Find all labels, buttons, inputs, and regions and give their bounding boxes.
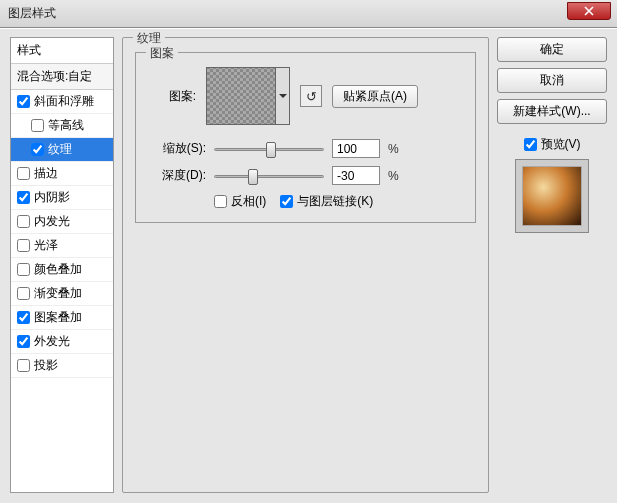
action-panel: 确定 取消 新建样式(W)... 预览(V) <box>497 37 607 493</box>
depth-slider[interactable] <box>214 167 324 185</box>
blend-options-row[interactable]: 混合选项:自定 <box>11 64 113 90</box>
style-label: 外发光 <box>34 333 70 350</box>
style-item-6[interactable]: 光泽 <box>11 234 113 258</box>
link-checkbox-label[interactable]: 与图层链接(K) <box>280 193 373 210</box>
style-label: 光泽 <box>34 237 58 254</box>
style-label: 斜面和浮雕 <box>34 93 94 110</box>
texture-group: 纹理 图案 图案: 贴紧原点(A) 缩放(S): <box>122 37 489 493</box>
style-checkbox[interactable] <box>17 311 30 324</box>
style-checkbox[interactable] <box>31 143 44 156</box>
style-item-3[interactable]: 描边 <box>11 162 113 186</box>
style-item-0[interactable]: 斜面和浮雕 <box>11 90 113 114</box>
scale-slider[interactable] <box>214 140 324 158</box>
style-item-9[interactable]: 图案叠加 <box>11 306 113 330</box>
style-label: 纹理 <box>48 141 72 158</box>
depth-unit: % <box>388 169 399 183</box>
style-item-8[interactable]: 渐变叠加 <box>11 282 113 306</box>
pattern-swatch[interactable] <box>206 67 276 125</box>
preview-box <box>515 159 589 233</box>
style-label: 渐变叠加 <box>34 285 82 302</box>
close-icon <box>584 6 594 16</box>
style-checkbox[interactable] <box>17 215 30 228</box>
style-checkbox[interactable] <box>17 335 30 348</box>
style-checkbox[interactable] <box>17 95 30 108</box>
styles-list-panel: 样式 混合选项:自定 斜面和浮雕等高线纹理描边内阴影内发光光泽颜色叠加渐变叠加图… <box>10 37 114 493</box>
style-label: 内发光 <box>34 213 70 230</box>
close-button[interactable] <box>567 2 611 20</box>
ok-button[interactable]: 确定 <box>497 37 607 62</box>
preview-section: 预览(V) <box>497 136 607 233</box>
style-checkbox[interactable] <box>17 167 30 180</box>
titlebar: 图层样式 <box>0 0 617 28</box>
pattern-row: 图案: 贴紧原点(A) <box>148 67 463 125</box>
style-item-7[interactable]: 颜色叠加 <box>11 258 113 282</box>
preview-text: 预览(V) <box>541 136 581 153</box>
link-checkbox[interactable] <box>280 195 293 208</box>
style-label: 图案叠加 <box>34 309 82 326</box>
style-checkbox[interactable] <box>17 191 30 204</box>
style-label: 等高线 <box>48 117 84 134</box>
window-title: 图层样式 <box>8 5 56 22</box>
invert-checkbox-label[interactable]: 反相(I) <box>214 193 266 210</box>
scale-row: 缩放(S): % <box>148 139 463 158</box>
style-checkbox[interactable] <box>17 263 30 276</box>
link-text: 与图层链接(K) <box>297 193 373 210</box>
styles-header[interactable]: 样式 <box>11 38 113 64</box>
style-item-11[interactable]: 投影 <box>11 354 113 378</box>
style-item-10[interactable]: 外发光 <box>11 330 113 354</box>
options-row: 反相(I) 与图层链接(K) <box>214 193 463 210</box>
preview-checkbox-label[interactable]: 预览(V) <box>524 136 581 153</box>
cancel-button[interactable]: 取消 <box>497 68 607 93</box>
depth-label: 深度(D): <box>148 167 206 184</box>
style-label: 描边 <box>34 165 58 182</box>
style-checkbox[interactable] <box>31 119 44 132</box>
preview-image <box>522 166 582 226</box>
snap-origin-button[interactable]: 贴紧原点(A) <box>332 85 418 108</box>
pattern-dropdown-button[interactable] <box>276 67 290 125</box>
style-checkbox[interactable] <box>17 239 30 252</box>
pattern-label: 图案: <box>148 88 196 105</box>
pattern-group-legend: 图案 <box>146 45 178 62</box>
style-label: 投影 <box>34 357 58 374</box>
scale-label: 缩放(S): <box>148 140 206 157</box>
settings-panel: 纹理 图案 图案: 贴紧原点(A) 缩放(S): <box>122 37 489 493</box>
style-item-4[interactable]: 内阴影 <box>11 186 113 210</box>
new-style-button[interactable]: 新建样式(W)... <box>497 99 607 124</box>
invert-checkbox[interactable] <box>214 195 227 208</box>
style-item-1[interactable]: 等高线 <box>11 114 113 138</box>
pattern-group: 图案 图案: 贴紧原点(A) 缩放(S): % <box>135 52 476 223</box>
style-checkbox[interactable] <box>17 359 30 372</box>
style-item-2[interactable]: 纹理 <box>11 138 113 162</box>
style-label: 内阴影 <box>34 189 70 206</box>
style-label: 颜色叠加 <box>34 261 82 278</box>
scale-input[interactable] <box>332 139 380 158</box>
invert-text: 反相(I) <box>231 193 266 210</box>
scale-unit: % <box>388 142 399 156</box>
depth-row: 深度(D): % <box>148 166 463 185</box>
depth-input[interactable] <box>332 166 380 185</box>
style-checkbox[interactable] <box>17 287 30 300</box>
preview-checkbox[interactable] <box>524 138 537 151</box>
create-pattern-icon[interactable] <box>300 85 322 107</box>
dialog-body: 样式 混合选项:自定 斜面和浮雕等高线纹理描边内阴影内发光光泽颜色叠加渐变叠加图… <box>0 28 617 503</box>
style-item-5[interactable]: 内发光 <box>11 210 113 234</box>
